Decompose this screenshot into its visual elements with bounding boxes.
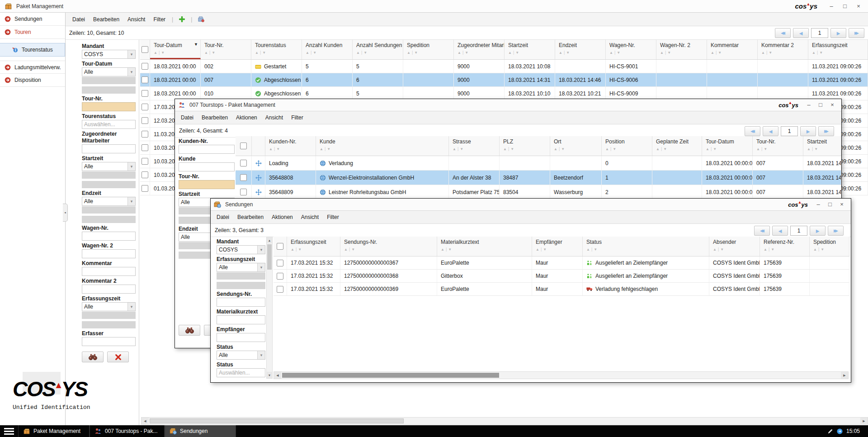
minimize-icon[interactable]: – xyxy=(812,199,824,210)
column-header-empfänger[interactable]: Empfänger▲|▼ xyxy=(532,237,583,256)
filter-input-sendungs-nr[interactable] xyxy=(217,298,265,307)
sort-desc-icon[interactable]: ▼ xyxy=(667,51,671,55)
sort-controls[interactable]: ▲|▼ xyxy=(605,147,652,151)
column-header-sendungs-nr[interactable]: Sendungs-Nr.▲|▼ xyxy=(340,237,437,256)
column-header-endzeit[interactable]: Endzeit▲|▼ xyxy=(555,40,606,59)
filter-input-tourenstatus[interactable]: Auswählen... xyxy=(82,120,136,129)
sort-controls[interactable]: ▲|▼ xyxy=(508,50,555,55)
page-last-button[interactable]: ▶▶ xyxy=(818,126,834,136)
filter-input-zugeordneter[interactable] xyxy=(82,144,136,153)
sort-controls[interactable]: ▲|▼ xyxy=(306,50,352,55)
select-all-checkbox[interactable] xyxy=(277,243,283,250)
table-row[interactable]: 35648808Wenzel-Elektroinstallationen Gmb… xyxy=(236,171,841,185)
filter-input-kommentar[interactable] xyxy=(82,267,136,276)
sort-controls[interactable]: ▲|▼ xyxy=(559,50,605,55)
sort-asc-icon[interactable]: ▲ xyxy=(536,247,539,252)
scroll-up-icon[interactable]: ▲ xyxy=(267,237,272,243)
sort-desc-icon[interactable]: ▼ xyxy=(566,51,570,55)
sort-desc-icon[interactable]: ▼ xyxy=(821,247,824,252)
sort-asc-icon[interactable]: ▲ xyxy=(756,147,760,151)
table-row[interactable]: 17.03.2021 15:32127500000000000368Gitter… xyxy=(274,270,849,283)
main-horizontal-scrollbar[interactable]: ◀ ▶ xyxy=(141,417,868,425)
sort-asc-icon[interactable]: ▲ xyxy=(306,51,309,55)
sort-asc-icon[interactable]: ▲ xyxy=(441,247,444,252)
scroll-left-icon[interactable]: ◀ xyxy=(274,372,281,379)
sendungen-horizontal-scrollbar[interactable]: ◀ ▶ xyxy=(274,371,849,379)
sort-desc-icon[interactable]: ▼ xyxy=(769,51,772,55)
filter-input-empfänger[interactable] xyxy=(217,333,265,342)
sort-asc-icon[interactable]: ▲ xyxy=(344,247,348,252)
tool-button-device[interactable] xyxy=(194,16,208,23)
sort-controls[interactable]: ▲|▼ xyxy=(656,147,702,151)
taskbar-item-sendungen[interactable]: Sendungen xyxy=(165,425,236,437)
filter-select-status[interactable]: Alle▾ xyxy=(217,351,265,360)
maximize-icon[interactable]: □ xyxy=(824,199,836,210)
row-checkbox[interactable] xyxy=(277,273,283,280)
menu-item-datei[interactable]: Datei xyxy=(212,214,233,220)
sort-controls[interactable]: ▲|▼ xyxy=(660,50,707,55)
column-header-kommentar-2[interactable]: Kommentar 2▲|▼ xyxy=(758,40,808,59)
sort-desc-icon[interactable]: ▼ xyxy=(465,51,468,55)
sort-asc-icon[interactable]: ▲ xyxy=(554,147,557,151)
table-row[interactable]: 18.03.2021 00:00007Abgeschlossen66900018… xyxy=(140,73,868,87)
info-icon[interactable] xyxy=(837,428,843,434)
sort-controls[interactable]: ▲|▼ xyxy=(713,247,760,252)
sort-desc-icon[interactable]: ▼ xyxy=(510,147,514,151)
row-checkbox[interactable] xyxy=(240,189,247,195)
filter-select-startzeit[interactable]: Alle▾ xyxy=(82,162,136,171)
sort-controls[interactable]: ▲|▼ xyxy=(204,50,251,55)
sort-controls[interactable]: ▲|▼ xyxy=(344,247,437,252)
menu-item-datei[interactable]: Datei xyxy=(68,16,89,23)
column-header-kunden-nr[interactable]: Kunden-Nr.▲|▼ xyxy=(265,136,316,156)
filter-input-tour-nr[interactable] xyxy=(179,180,235,189)
close-icon[interactable]: × xyxy=(826,100,838,110)
filter-input-wagen-nr-2[interactable] xyxy=(82,249,136,258)
filter-input-erfasser[interactable] xyxy=(82,337,136,346)
sidebar-item-touren[interactable]: Touren xyxy=(0,26,65,39)
sort-asc-icon[interactable]: ▲ xyxy=(320,147,323,151)
column-header-startzeit[interactable]: Startzeit▲|▼ xyxy=(505,40,555,59)
column-header-referenz-nr[interactable]: Referenz-Nr.▲|▼ xyxy=(760,237,810,256)
column-header-kommentar[interactable]: Kommentar▲|▼ xyxy=(707,40,758,59)
column-header-erfassungszeit[interactable]: Erfassungszeit▲|▼ xyxy=(808,40,868,59)
sort-asc-icon[interactable]: ▲ xyxy=(812,51,816,55)
sort-desc-icon[interactable]: ▼ xyxy=(561,147,565,151)
row-checkbox[interactable] xyxy=(142,76,148,83)
sort-desc-icon[interactable]: ▼ xyxy=(594,247,597,252)
row-checkbox[interactable] xyxy=(142,63,148,70)
column-header-absender[interactable]: Absender▲|▼ xyxy=(709,237,760,256)
sort-controls[interactable]: ▲|▼ xyxy=(706,147,752,151)
menu-item-bearbeiten[interactable]: Bearbeiten xyxy=(233,214,268,220)
sort-controls[interactable]: ▲|▼ xyxy=(586,247,709,252)
menu-item-ansicht[interactable]: Ansicht xyxy=(261,114,287,121)
menu-item-bearbeiten[interactable]: Bearbeiten xyxy=(198,114,232,121)
page-first-button[interactable]: ◀◀ xyxy=(775,28,791,38)
column-header-wagen-nr-2[interactable]: Wagen-Nr. 2▲|▼ xyxy=(656,40,707,59)
menu-item-bearbeiten[interactable]: Bearbeiten xyxy=(89,16,123,23)
scroll-left-icon[interactable]: ◀ xyxy=(142,418,149,424)
column-header-kunde[interactable]: Kunde▲|▼ xyxy=(316,136,449,156)
sort-desc-icon[interactable]: ▼ xyxy=(262,51,266,55)
sort-controls[interactable]: ▲|▼ xyxy=(807,147,841,151)
sort-controls[interactable]: ▲|▼ xyxy=(812,50,868,55)
sort-controls[interactable]: ▲|▼ xyxy=(813,247,849,252)
sidebar-item-disposition[interactable]: Disposition xyxy=(0,74,65,87)
row-checkbox[interactable] xyxy=(142,144,148,151)
sort-desc-icon[interactable]: ▼ xyxy=(161,51,165,55)
column-header-tour-datum[interactable]: Tour-Datum▼▲|▼ xyxy=(150,40,201,59)
taskbar-item-007-tourstops-pak[interactable]: 007 Tourstops - Pak... xyxy=(90,425,165,437)
sort-controls[interactable]: ▲|▼ xyxy=(609,50,656,55)
panel-collapse-handle[interactable]: ◂ xyxy=(63,204,68,222)
sort-controls[interactable]: ▲|▼ xyxy=(441,247,532,252)
drag-handle[interactable] xyxy=(252,171,265,185)
sort-desc-icon[interactable]: ▼ xyxy=(764,147,767,151)
sort-desc-icon[interactable]: ▼ xyxy=(327,147,330,151)
sort-asc-icon[interactable]: ▲ xyxy=(458,51,461,55)
sort-asc-icon[interactable]: ▲ xyxy=(706,147,709,151)
sort-asc-icon[interactable]: ▲ xyxy=(508,51,512,55)
menu-item-filter[interactable]: Filter xyxy=(323,214,343,220)
sort-asc-icon[interactable]: ▲ xyxy=(605,147,609,151)
maximize-icon[interactable]: □ xyxy=(838,0,852,12)
clear-filter-button[interactable] xyxy=(107,352,129,362)
column-header-position[interactable]: Position▲|▼ xyxy=(602,136,652,156)
